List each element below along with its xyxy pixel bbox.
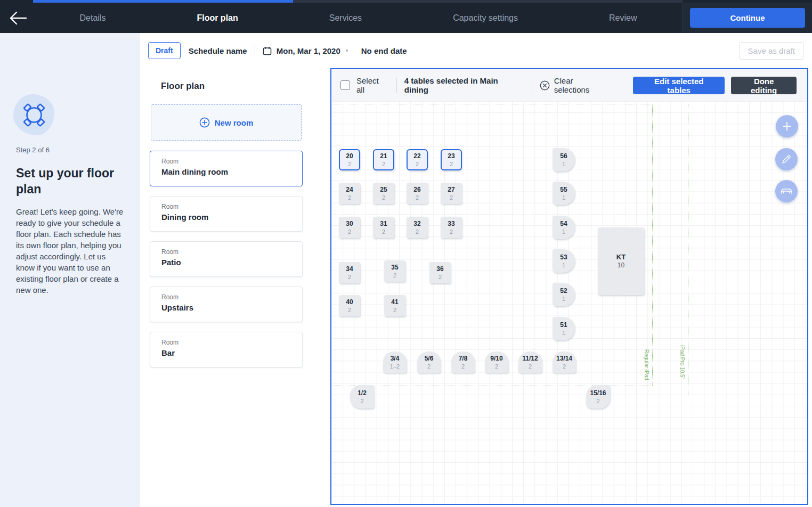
table-1-2[interactable]: 1/22 <box>350 385 374 408</box>
table-capacity: 2 <box>529 363 532 370</box>
table-capacity: 2 <box>348 161 351 168</box>
nav-right-section: Continue <box>683 3 812 33</box>
header-divider <box>255 44 255 58</box>
table-31[interactable]: 312 <box>373 217 394 238</box>
table-40[interactable]: 402 <box>339 295 360 316</box>
table-number: 1/2 <box>358 389 367 397</box>
room-field-label: Room <box>161 293 302 301</box>
continue-button[interactable]: Continue <box>690 8 805 28</box>
table-number: 23 <box>448 152 454 160</box>
schedule-header: Draft Schedule name Mon, Mar 1, 2020 No … <box>140 33 812 68</box>
tab-review[interactable]: Review <box>609 13 637 23</box>
floor-grid[interactable]: Regular iPad iPad Pro 10.5" 202212222232… <box>331 101 807 503</box>
table-number: 25 <box>380 186 387 193</box>
table-34[interactable]: 342 <box>339 262 360 283</box>
table-number: 40 <box>346 298 353 306</box>
back-button[interactable] <box>7 9 29 28</box>
table-41[interactable]: 412 <box>384 295 405 316</box>
room-name: Upstairs <box>161 303 302 312</box>
table-number: 53 <box>560 254 567 261</box>
table-21[interactable]: 212 <box>373 149 394 170</box>
new-room-button[interactable]: New room <box>151 104 302 141</box>
table-36[interactable]: 362 <box>429 262 451 283</box>
tab-floor-plan[interactable]: Floor plan <box>197 13 238 23</box>
table-tool-button[interactable] <box>775 180 798 202</box>
table-30[interactable]: 302 <box>339 217 360 238</box>
table-number: KT <box>616 254 626 261</box>
table-capacity: 2 <box>382 161 385 168</box>
table-capacity: 10 <box>618 262 624 269</box>
table-33[interactable]: 332 <box>441 217 462 238</box>
table-number: 52 <box>560 287 567 295</box>
room-card-bar[interactable]: RoomBar <box>150 332 303 367</box>
select-all-checkbox[interactable] <box>340 80 350 90</box>
tab-details[interactable]: Details <box>80 13 106 23</box>
edit-selected-tables-button[interactable]: Edit selected tables <box>633 77 725 94</box>
add-table-button[interactable] <box>776 115 798 137</box>
table-capacity: 2 <box>596 398 599 405</box>
plus-circle-icon <box>199 117 210 128</box>
table-25[interactable]: 252 <box>373 183 394 204</box>
table-55[interactable]: 551 <box>553 182 575 205</box>
table-3d-icon <box>780 186 793 197</box>
table-35[interactable]: 352 <box>384 260 405 282</box>
table-24[interactable]: 242 <box>339 183 360 204</box>
table-27[interactable]: 272 <box>441 183 462 204</box>
table-3-4[interactable]: 3/41–2 <box>383 351 407 373</box>
room-card-main-dining-room[interactable]: RoomMain dining room <box>150 151 303 186</box>
done-editing-button[interactable]: Done editing <box>731 77 797 94</box>
table-capacity: 1 <box>562 262 565 269</box>
table-22[interactable]: 222 <box>407 149 428 170</box>
table-number: 54 <box>560 220 567 227</box>
edit-pencil-button[interactable] <box>775 148 798 170</box>
table-capacity: 2 <box>393 272 396 279</box>
floor-plan-canvas: Select all 4 tables selected in Main din… <box>330 68 808 505</box>
select-all-label[interactable]: Select all <box>356 76 389 94</box>
table-20[interactable]: 202 <box>339 149 360 170</box>
clear-circle-x-icon <box>540 80 550 91</box>
table-KT[interactable]: KT10 <box>598 227 644 295</box>
regular-ipad-guide-line <box>652 104 653 386</box>
table-13-14[interactable]: 13/142 <box>553 351 576 373</box>
step-indicator: Step 2 of 6 <box>16 146 50 154</box>
table-capacity: 2 <box>382 228 385 235</box>
pencil-icon <box>781 154 792 165</box>
table-11-12[interactable]: 11/122 <box>518 351 542 373</box>
table-capacity: 2 <box>348 194 351 201</box>
table-7-8[interactable]: 7/82 <box>451 351 475 373</box>
table-capacity: 2 <box>416 194 419 201</box>
save-as-draft-button[interactable]: Save as draft <box>739 42 804 60</box>
room-card-patio[interactable]: RoomPatio <box>150 241 303 277</box>
dot-separator <box>346 50 348 52</box>
toolbar-divider <box>396 78 397 93</box>
table-53[interactable]: 531 <box>553 249 575 273</box>
table-23[interactable]: 232 <box>441 149 462 170</box>
table-number: 36 <box>436 265 443 273</box>
table-number: 22 <box>413 152 420 160</box>
clear-selections-button[interactable]: Clear selections <box>540 76 611 94</box>
table-54[interactable]: 541 <box>553 216 575 239</box>
room-field-label: Room <box>161 158 302 165</box>
table-56[interactable]: 561 <box>553 148 575 171</box>
table-15-16[interactable]: 15/162 <box>586 385 610 408</box>
room-field-label: Room <box>161 339 302 346</box>
draft-badge: Draft <box>148 42 181 59</box>
end-date-text: No end date <box>361 46 407 55</box>
table-capacity: 2 <box>348 228 351 235</box>
table-capacity: 2 <box>450 228 453 235</box>
table-51[interactable]: 511 <box>553 317 575 340</box>
table-52[interactable]: 521 <box>553 283 575 306</box>
table-number: 30 <box>346 220 353 227</box>
plus-icon <box>782 121 792 132</box>
room-card-upstairs[interactable]: RoomUpstairs <box>150 287 303 322</box>
room-card-dining-room[interactable]: RoomDining room <box>150 196 303 232</box>
table-capacity: 2 <box>450 194 453 201</box>
table-26[interactable]: 262 <box>407 183 428 204</box>
table-capacity: 1 <box>562 161 565 168</box>
table-capacity: 2 <box>495 363 498 370</box>
table-9-10[interactable]: 9/102 <box>485 351 508 373</box>
tab-services[interactable]: Services <box>329 13 362 23</box>
tab-capacity-settings[interactable]: Capacity settings <box>453 13 518 23</box>
table-5-6[interactable]: 5/62 <box>417 351 441 373</box>
table-32[interactable]: 322 <box>407 217 428 238</box>
